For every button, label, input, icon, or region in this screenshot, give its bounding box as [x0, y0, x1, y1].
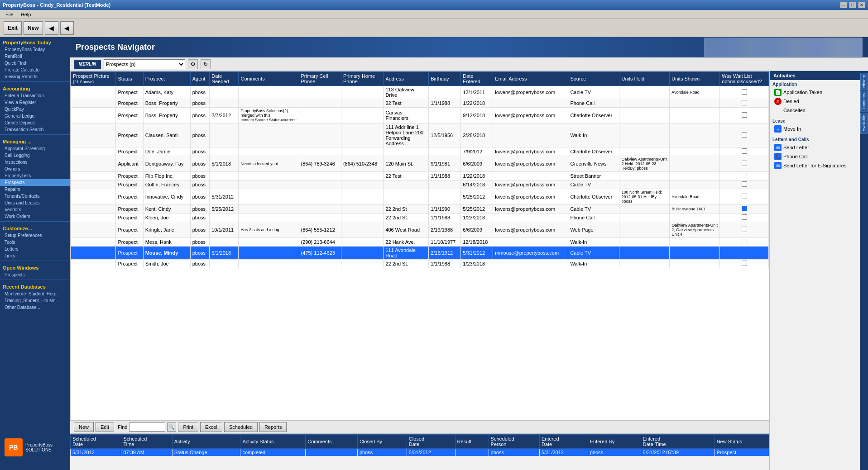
sidebar-item-letters[interactable]: Letters	[0, 246, 70, 252]
bottom-reports-button[interactable]: Reports	[259, 422, 287, 432]
table-row[interactable]: Prospect Mouse, Mindy pboss 5/1/2018 (47…	[71, 247, 769, 260]
cell-address: 406 West Road	[384, 222, 429, 238]
table-row[interactable]: Prospect Flip Flop Inc. pboss 22 Test 1/…	[71, 172, 769, 180]
activity-phonecall[interactable]: 📞 Phone Call	[772, 152, 857, 161]
prospects-table-container[interactable]: Prospect Picture(21 Shown) Status Prospe…	[70, 71, 769, 420]
sidebar-item-vendors[interactable]: Vendors	[0, 206, 70, 213]
activity-sendletteresig-label: Send Letter for E-Signatures	[783, 163, 846, 168]
cell-home	[341, 123, 383, 147]
exit-button[interactable]: Exit	[4, 21, 22, 35]
cell-source: Greenville News	[568, 156, 619, 172]
sidebar-divider-2	[0, 134, 70, 135]
new-button[interactable]: New	[24, 21, 43, 35]
cell-agent: pboss	[190, 222, 210, 238]
prospects-dropdown[interactable]: Prospects (p) All Prospects Active Prosp…	[104, 59, 185, 69]
nav-back-icon[interactable]: ◀	[45, 21, 58, 35]
activity-cancelled[interactable]: Cancelled	[772, 106, 857, 115]
sidebar-item-open-prospects[interactable]: Prospects	[0, 271, 70, 278]
sidebar-item-units[interactable]: Units and Leases	[0, 199, 70, 206]
sidebar-item-workorders[interactable]: Work Orders	[0, 213, 70, 220]
sidebar-item-calllogging[interactable]: Call Logging	[0, 152, 70, 159]
table-row[interactable]: Prospect Boss, Property pboss 2/7/2012 P…	[71, 108, 769, 123]
table-row[interactable]: Prospect Doe, Jamie pboss 7/9/2012 lowen…	[71, 147, 769, 156]
cell-source: Street Banner	[568, 172, 619, 180]
find-search-icon[interactable]: 🔍	[167, 423, 176, 432]
nav-forward-icon[interactable]: ◀	[60, 21, 74, 35]
sidebar-item-prospects[interactable]: Prospects	[0, 179, 70, 186]
menu-file[interactable]: File	[2, 11, 17, 18]
activity-application-taken[interactable]: 📄 Application Taken	[772, 88, 857, 97]
bottom-print-button[interactable]: Print	[178, 422, 198, 432]
table-row[interactable]: Prospect Kringle, Jane pboss 10/1/2011 H…	[71, 222, 769, 238]
cell-email: lowens@propertyboss.com	[493, 189, 568, 205]
maximize-btn[interactable]: □	[849, 2, 856, 8]
table-row[interactable]: Prospect Smith, Joe pboss 22 2nd St. 1/1…	[71, 260, 769, 268]
sidebar-item-inspections[interactable]: Inspections	[0, 159, 70, 166]
cell-unitsshown: Buist Avenue 1601	[670, 205, 720, 214]
bottom-scheduled-button[interactable]: Scheduled	[224, 422, 258, 432]
sidebar-item-generalledger[interactable]: General Ledger	[0, 113, 70, 119]
sidebar-item-transactionsearch[interactable]: Transaction Search	[0, 126, 70, 133]
activity-sendletteresig[interactable]: ✉ Send Letter for E-Signatures	[772, 161, 857, 170]
cell-picture	[71, 214, 116, 222]
sidebar-item-prorate[interactable]: Prorate Calculator	[0, 66, 70, 73]
sidebar-item-db3[interactable]: Other Database...	[0, 304, 70, 311]
sidebar-item-quickfind[interactable]: Quick Find	[0, 60, 70, 66]
sidebar-item-setupprefs[interactable]: Setup Preferences	[0, 232, 70, 239]
tab-available[interactable]: Available	[860, 113, 868, 133]
minimize-btn[interactable]: —	[840, 2, 847, 8]
sidebar-item-repairs[interactable]: Repairs	[0, 186, 70, 193]
cell-waitlist	[720, 214, 769, 222]
sidebar-item-entertransaction[interactable]: Enter a Transaction	[0, 92, 70, 99]
activity-log-row[interactable]: 5/31/2012 07:39 AM Status Change complet…	[71, 449, 769, 456]
table-row[interactable]: Prospect Kent, Cindy pboss 5/25/2012 22 …	[71, 205, 769, 214]
cell-dateentered: 6/6/2009	[461, 156, 493, 172]
bottom-new-button[interactable]: New	[74, 422, 94, 432]
sidebar-item-today[interactable]: PropertyBoss Today	[0, 46, 70, 53]
sidebar-item-createdeposit[interactable]: Create Deposit	[0, 119, 70, 126]
cell-unitsshown	[670, 247, 720, 260]
table-row[interactable]: Prospect Kleen, Joe pboss 22 2nd St. 1/1…	[71, 214, 769, 222]
activity-sendletter[interactable]: ✉ Send Letter	[772, 143, 857, 152]
table-row[interactable]: Prospect Adams, Katy pboss 113 Oakview D…	[71, 86, 769, 99]
cell-comments	[239, 189, 299, 205]
sidebar-item-db2[interactable]: Training_Student_Housin...	[0, 297, 70, 304]
table-row[interactable]: Prospect Griffin, Frances pboss 6/14/201…	[71, 180, 769, 189]
logo-icon: PB	[5, 438, 23, 456]
sidebar-item-tenants[interactable]: Tenants/Contacts	[0, 193, 70, 199]
sidebar-item-db1[interactable]: Montverde_Student_Hou...	[0, 290, 70, 297]
tab-contacts[interactable]: Contacts	[860, 91, 868, 112]
activity-denied[interactable]: ✕ Denied	[772, 97, 857, 106]
table-row[interactable]: Applicant Dontgoaway, Fay pboss 5/1/2018…	[71, 156, 769, 172]
table-row[interactable]: Prospect Mess, Hank pboss (290) 213-6644…	[71, 238, 769, 247]
close-btn[interactable]: ✕	[858, 2, 865, 8]
bottom-excel-button[interactable]: Excel	[200, 422, 222, 432]
sidebar-item-links[interactable]: Links	[0, 252, 70, 259]
cell-unitsshown	[670, 147, 720, 156]
tab-history[interactable]: History	[860, 73, 868, 90]
table-row[interactable]: Prospect Clausen, Santi pboss 111 Addr l…	[71, 123, 769, 147]
sidebar-item-quickpay[interactable]: QuickPay	[0, 106, 70, 113]
activity-movein[interactable]: → Move In	[772, 124, 857, 133]
cell-prospect: Kent, Cindy	[143, 205, 190, 214]
activity-log-container[interactable]: ScheduledDate ScheduledTime Activity Act…	[70, 434, 769, 470]
sidebar-item-rentroll[interactable]: RentRoll	[0, 53, 70, 60]
sidebar-item-viewreports[interactable]: Viewing Reports	[0, 73, 70, 80]
find-input[interactable]	[129, 423, 165, 432]
cell-cell	[299, 214, 341, 222]
sidebar-item-applicantscreening[interactable]: Applicant Screening	[0, 145, 70, 152]
refresh-icon[interactable]: ↻	[201, 59, 211, 69]
settings-icon[interactable]: ⚙	[188, 59, 198, 69]
cell-prospect: Kringle, Jane	[143, 222, 190, 238]
sidebar-item-viewregister[interactable]: View a Register	[0, 99, 70, 106]
cell-comments	[239, 99, 299, 108]
sidebar-item-tools[interactable]: Tools	[0, 239, 70, 246]
bottom-edit-button[interactable]: Edit	[96, 422, 114, 432]
sidebar-item-propertylists[interactable]: PropertyLists	[0, 172, 70, 179]
table-row[interactable]: Prospect Innovative, Cindy pboss 5/31/20…	[71, 189, 769, 205]
sidebar-item-owners[interactable]: Owners	[0, 166, 70, 172]
table-row[interactable]: Prospect Boss, Property pboss 22 Test 1/…	[71, 99, 769, 108]
cell-home	[341, 86, 383, 99]
menu-help[interactable]: Help	[17, 11, 35, 18]
cell-unitsheld	[619, 147, 670, 156]
